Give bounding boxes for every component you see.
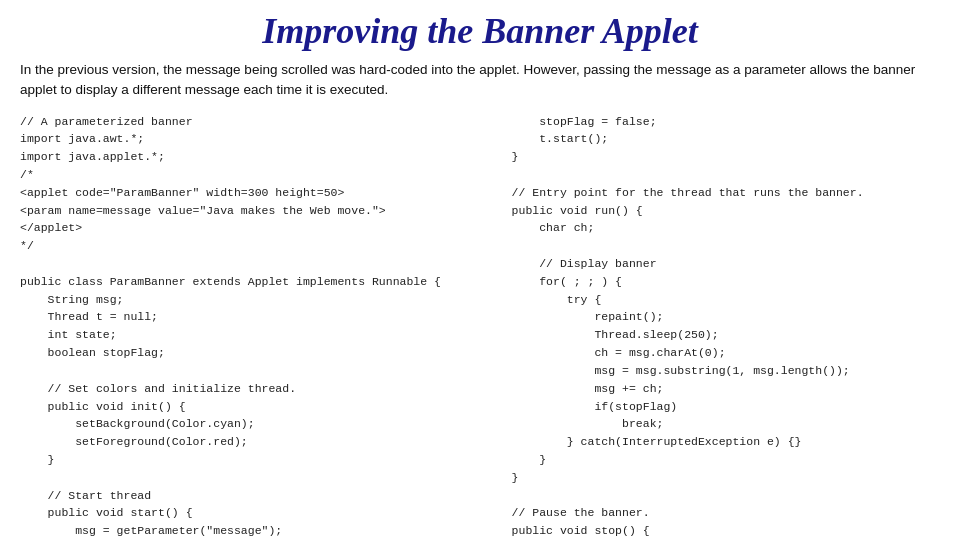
intro-text: In the previous version, the message bei… xyxy=(20,60,940,101)
page-title: Improving the Banner Applet xyxy=(20,10,940,52)
code-area: // A parameterized banner import java.aw… xyxy=(20,113,940,541)
page: Improving the Banner Applet In the previ… xyxy=(0,0,960,540)
code-right: stopFlag = false; t.start(); } // Entry … xyxy=(476,113,940,541)
code-left: // A parameterized banner import java.aw… xyxy=(20,113,476,541)
